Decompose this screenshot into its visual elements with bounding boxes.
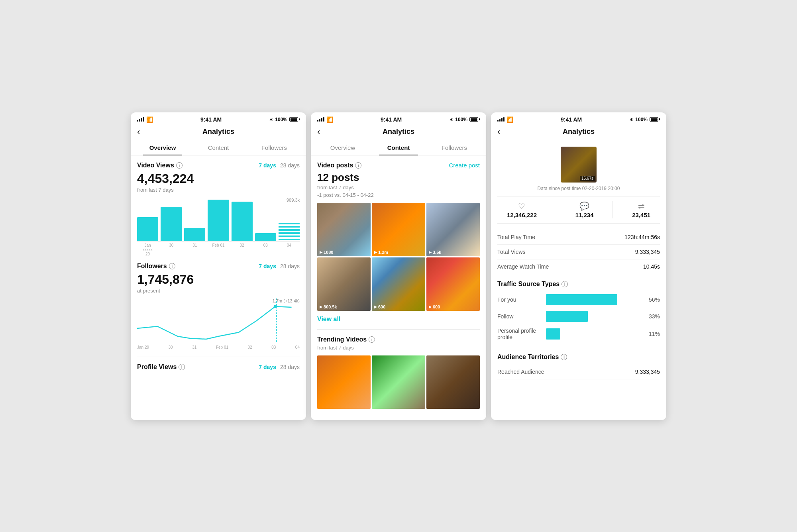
line-label-1: Jan 29 — [137, 345, 149, 349]
post-thumb-2[interactable]: ▶ 1.2m — [372, 203, 425, 256]
line-label-2: 30 — [169, 345, 173, 349]
bar-7 — [279, 223, 300, 241]
page-title-2: Analytics — [383, 128, 414, 136]
traffic-info-icon[interactable]: i — [561, 281, 568, 287]
video-thumbnail[interactable]: 15.67s — [561, 147, 597, 183]
followers-period-28[interactable]: 28 days — [280, 263, 300, 269]
profile-period-28[interactable]: 28 days — [280, 364, 300, 370]
back-button-1[interactable]: ‹ — [137, 128, 140, 136]
traffic-row-follow: Follow 33% — [497, 311, 660, 322]
video-views-header: Video Views i 7 days 28 days — [137, 162, 300, 169]
trending-thumb-1[interactable] — [317, 355, 371, 409]
followers-info-icon[interactable]: i — [169, 263, 175, 269]
traffic-pct-foryou: 56% — [646, 296, 660, 303]
tab-overview-1[interactable]: Overview — [135, 140, 190, 155]
signal-bar-3 — [141, 118, 142, 122]
bar-chart-inner — [137, 198, 300, 241]
status-left-3: 📶 — [497, 116, 513, 123]
back-button-3[interactable]: ‹ — [497, 128, 500, 136]
tab-followers-2[interactable]: Followers — [426, 140, 482, 155]
divider-4 — [497, 347, 660, 347]
content-2: Video posts i Create post 12 posts from … — [311, 155, 486, 420]
post-thumb-4[interactable]: ▶ 800.5k — [317, 257, 371, 311]
page-title-3: Analytics — [563, 128, 595, 136]
shares-value: 23,451 — [632, 212, 650, 218]
traffic-pct-profile: 11% — [646, 331, 660, 337]
screen-overview: 📶 9:41 AM ∗ 100% ‹ Analytics Overview — [131, 112, 306, 420]
post-date: Data since post time 02-20-2019 20:00 — [497, 186, 660, 191]
wifi-icon-1: 📶 — [146, 116, 153, 123]
period-7days-1[interactable]: 7 days — [259, 162, 276, 169]
profile-views-info-icon[interactable]: i — [179, 364, 185, 370]
trending-thumb-3[interactable] — [426, 355, 480, 409]
audience-info-icon[interactable]: i — [561, 354, 567, 360]
chart-label-6: 03 — [255, 243, 276, 256]
signal-bar-2-2 — [319, 119, 320, 122]
tab-overview-2[interactable]: Overview — [315, 140, 371, 155]
play-icon-3: ▶ — [429, 250, 432, 254]
chart-labels: Janxxxxx29 30 31 Feb 01 02 03 04 — [137, 243, 300, 256]
chart-label-2: 30 — [161, 243, 182, 256]
post-grid: ▶ 1080 ▶ 1.2m ▶ 3.5k — [317, 203, 480, 311]
post-thumb-1[interactable]: ▶ 1080 — [317, 203, 371, 256]
posts-comparison: -1 post vs. 04-15 - 04-22 — [317, 192, 480, 198]
traffic-label-follow: Follow — [497, 313, 541, 320]
video-posts-info-icon[interactable]: i — [355, 162, 361, 169]
trending-grid — [317, 355, 480, 409]
line-chart-labels: Jan 29 30 31 Feb 01 02 03 04 — [137, 345, 300, 349]
signal-bar-3-3 — [501, 118, 503, 122]
chart-top-label: 909.3k — [287, 198, 300, 202]
comments-stat: 💬 11,234 — [575, 201, 594, 218]
chart-label-1: Janxxxxx29 — [137, 243, 158, 256]
followers-period-7[interactable]: 7 days — [259, 263, 276, 269]
back-button-2[interactable]: ‹ — [317, 128, 320, 136]
trending-info-icon[interactable]: i — [369, 336, 375, 343]
post-thumb-3[interactable]: ▶ 3.5k — [426, 203, 480, 256]
battery-body-2 — [469, 117, 478, 122]
traffic-bar-follow — [546, 311, 588, 322]
likes-value: 12,346,222 — [507, 212, 537, 218]
status-bar-2: 📶 9:41 AM ∗ 100% — [311, 112, 486, 125]
header-1: ‹ Analytics — [131, 125, 306, 140]
post-thumb-5[interactable]: ▶ 600 — [372, 257, 425, 311]
create-post-button[interactable]: Create post — [449, 162, 480, 169]
chart-label-7: 04 — [279, 243, 300, 256]
total-views-value: 9,333,345 — [635, 249, 660, 255]
post-thumb-6[interactable]: ▶ 600 — [426, 257, 480, 311]
line-chart-dot — [274, 305, 277, 308]
battery-tip-3 — [659, 118, 660, 120]
battery-pct-2: 100% — [455, 117, 467, 122]
bar-6 — [255, 233, 276, 241]
traffic-title: Traffic Source Types i — [497, 281, 660, 288]
signal-bars-3 — [497, 117, 505, 122]
play-icon-2: ▶ — [374, 250, 377, 254]
status-left-2: 📶 — [317, 116, 333, 123]
followers-chart-label: 1.7m (+13.4k) — [273, 298, 300, 303]
header-2: ‹ Analytics — [311, 125, 486, 140]
followers-periods: 7 days 28 days — [259, 263, 300, 269]
trending-header: Trending Videos i — [317, 336, 480, 343]
view-all-button[interactable]: View all — [317, 316, 480, 323]
profile-period-7[interactable]: 7 days — [259, 364, 276, 370]
period-28days-1[interactable]: 28 days — [280, 162, 300, 169]
battery-tip-1 — [299, 118, 300, 120]
trending-sub: from last 7 days — [317, 345, 480, 351]
video-views-info-icon[interactable]: i — [176, 162, 183, 169]
signal-bar-1 — [137, 120, 138, 122]
chart-label-3: 31 — [184, 243, 205, 256]
bar-2 — [161, 207, 182, 241]
tab-followers-1[interactable]: Followers — [246, 140, 302, 155]
traffic-bar-container-profile — [546, 328, 641, 340]
stat-divider-2 — [612, 201, 613, 218]
play-icon-6: ▶ — [429, 305, 432, 309]
wifi-icon-2: 📶 — [326, 116, 333, 123]
tabs-1: Overview Content Followers — [131, 140, 306, 155]
traffic-bar-container-foryou — [546, 294, 641, 305]
trending-thumb-2[interactable] — [372, 355, 425, 409]
tab-content-2[interactable]: Content — [371, 140, 426, 155]
signal-bars-1 — [137, 117, 144, 122]
traffic-bar-profile — [546, 328, 560, 340]
total-play-label: Total Play Time — [497, 234, 535, 240]
tab-content-1[interactable]: Content — [190, 140, 246, 155]
video-views-periods: 7 days 28 days — [259, 162, 300, 169]
